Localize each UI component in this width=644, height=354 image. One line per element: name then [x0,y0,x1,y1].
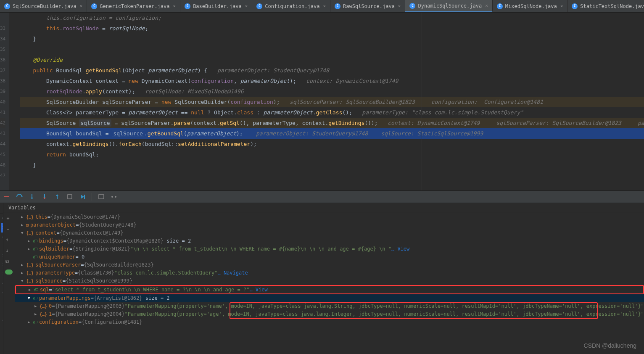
close-icon[interactable]: × [80,3,83,9]
variables-tab[interactable]: Variables [3,203,644,212]
code-line: return boundSql; [20,149,644,160]
variable-sql-highlighted[interactable]: ▶🏷sql = "select * from t_student\n \n WH… [15,285,644,294]
move-down-icon[interactable]: ↓ [5,248,12,254]
watermark-text: CSDN @daliucheng [584,342,637,349]
variable-row[interactable]: ▶🏷bindings = {DynamicContext$ContextMap@… [15,237,644,245]
variable-row[interactable]: ▶🏷configuration = {Configuration@1481} [15,318,644,326]
variable-row[interactable]: ▼{…}sqlSource = {StaticSqlSource@1999} [15,277,644,285]
java-class-icon: C [4,3,10,9]
svg-rect-8 [68,195,72,199]
tab-rawsqlsource[interactable]: CRawSqlSource.java× [330,0,405,12]
code-line: } [20,160,644,170]
copy-icon[interactable]: ⧉ [5,259,12,265]
code-line: SqlSource sqlSource = sqlSourceParser.pa… [20,118,644,128]
tab-statictextsqlnode[interactable]: CStaticTextSqlNode.java× [567,0,644,12]
code-line [20,170,644,181]
tab-configuration[interactable]: CConfiguration.java× [252,0,330,12]
variables-tree[interactable]: ▶{…}this = {DynamicSqlSource@1747} ▶⊞par… [15,212,644,354]
close-icon[interactable]: × [485,3,488,8]
debug-toolbar [0,190,644,203]
variables-toolbar: ＋ － ↑ ↓ ⧉ [3,212,15,354]
editor-tabs: CSqlSourceBuilder.java× CGenericTokenPar… [0,0,644,13]
line-gutter: 33 34 35 36 37 38 39 40 41 42 43 44 45 4… [0,13,9,190]
svg-marker-1 [22,196,23,198]
code-line-current: BoundSql boundSql = sqlSource.getBoundSq… [20,128,644,139]
code-line: DynamicContext context = new DynamicCont… [20,76,644,86]
java-class-icon: C [572,3,578,9]
variable-row[interactable]: ▶{…}1 = {ParameterMapping@2004} "Paramet… [15,310,644,318]
java-class-icon: C [91,3,97,9]
close-icon[interactable]: × [173,3,176,9]
svg-rect-0 [4,196,9,197]
variable-row[interactable]: ▶⊞parameterObject = {StudentQuery@1748} [15,221,644,229]
step-into-icon[interactable] [29,193,35,200]
variables-column: Variables ＋ － ↑ ↓ ⧉ ▶{…}this = {DynamicS… [3,203,644,354]
svg-marker-7 [56,194,58,196]
svg-point-12 [111,196,113,198]
java-class-icon: C [185,3,190,9]
variable-row-selected[interactable]: ▼🏷parameterMappings = {ArrayList@1862} s… [15,294,644,302]
code-line [20,44,644,55]
show-execution-point-icon[interactable] [3,193,10,200]
force-step-into-icon[interactable] [41,193,48,200]
step-over-icon[interactable] [16,193,23,200]
svg-marker-5 [43,198,46,199]
variable-row[interactable]: ▶{…}parameterType = {Class@1730} "class … [15,269,644,277]
code-line: this.rootSqlNode = rootSqlNode; [20,23,644,34]
move-up-icon[interactable]: ↑ [5,237,12,243]
code-editor[interactable]: 33 34 35 36 37 38 39 40 41 42 43 44 45 4… [0,13,644,190]
remove-watch-icon[interactable]: － [5,226,12,232]
close-icon[interactable]: × [245,3,248,9]
tab-dynamicsqlsource[interactable]: CDynamicSqlSource.java× [405,0,492,12]
evaluate-expression-icon[interactable] [98,193,105,200]
run-to-cursor-icon[interactable] [79,193,86,200]
variable-row[interactable]: ▶🏷sqlBuilder = {StringJoiner@1821} "\n \… [15,245,644,253]
svg-point-13 [115,196,116,198]
margin-ruler [422,13,422,190]
variable-row[interactable]: ▼{…}context = {DynamicContext@1749} [15,229,644,237]
step-out-icon[interactable] [54,193,61,200]
tab-mixedsqlnode[interactable]: CMixedSqlNode.java× [493,0,567,12]
show-watches-icon[interactable] [5,269,13,275]
tab-sqlsourcebuilder[interactable]: CSqlSourceBuilder.java× [0,0,87,12]
tab-basebuilder[interactable]: CBaseBuilder.java× [180,0,252,12]
drop-frame-icon[interactable] [66,193,73,200]
frames-header [0,203,3,214]
variable-row[interactable]: ▶{…}sqlSourceParser = {SqlSourceBuilder@… [15,261,644,269]
java-class-icon: C [409,3,415,9]
new-watch-icon[interactable]: ＋ [5,215,12,222]
code-line: SqlSourceBuilder sqlSourceParser = new S… [20,97,644,107]
code-line: } [20,34,644,44]
java-class-icon: C [497,3,503,9]
variable-row[interactable]: ▶{…}0 = {ParameterMapping@2003} "Paramet… [15,302,644,310]
close-icon[interactable]: × [323,3,326,9]
code-line: @Override [20,55,644,65]
svg-marker-9 [81,195,84,199]
frames-column: G SqlSource (org.apa dStatement (org.ap … [0,203,3,354]
code-line: Class<?> parameterType = parameterObject… [20,107,644,118]
svg-rect-11 [99,195,104,199]
code-line: context.getBindings().forEach(boundSql::… [20,139,644,149]
close-icon[interactable]: × [398,3,401,9]
code-line: public BoundSql getBoundSql(Object param… [20,65,644,76]
trace-current-stream-chain-icon[interactable] [111,193,117,200]
svg-marker-3 [31,198,33,199]
code-line: rootSqlNode.apply(context); rootSqlNode:… [20,86,644,97]
variable-row[interactable]: ▶{…}this = {DynamicSqlSource@1747} [15,213,644,221]
code-line: this.configuration = configuration; [20,13,644,23]
close-icon[interactable]: × [560,3,563,9]
frames-list[interactable]: G SqlSource (org.apa dStatement (org.ap … [0,214,3,325]
java-class-icon: C [335,3,340,9]
java-class-icon: C [256,3,262,9]
variable-row[interactable]: 🏷uniqueNumber = 0 [15,253,644,261]
tab-generictokenparser[interactable]: CGenericTokenParser.java× [87,0,180,12]
code-area[interactable]: this.configuration = configuration; this… [9,13,644,190]
debug-panel: G SqlSource (org.apa dStatement (org.ap … [0,203,644,354]
